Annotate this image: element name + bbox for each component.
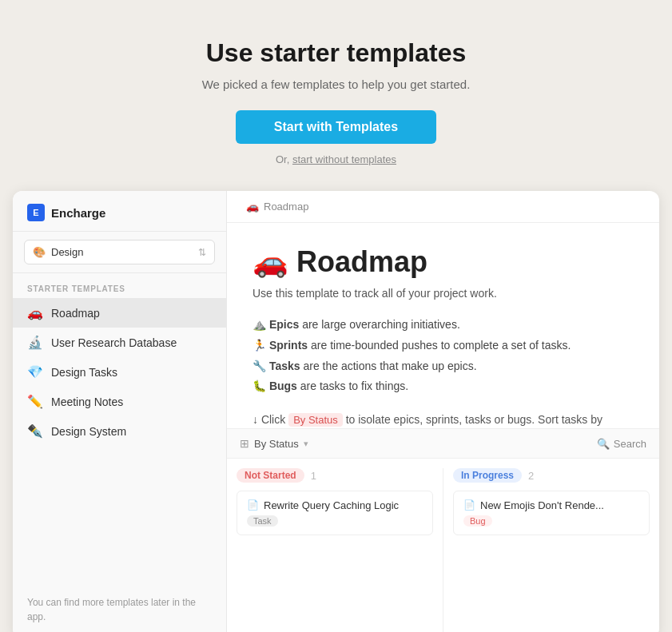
col-count: 1 [311,470,316,482]
click-prefix: ↓ Click [252,413,285,426]
card-tag: Bug [463,515,492,527]
filter-grid-icon: ⊞ [240,437,249,450]
kanban-col-not-started: Not Started 1 📄 Rewrite Query Caching Lo… [227,468,443,632]
content-topbar: 🚗 Roadmap [227,191,659,223]
kanban-col-header: In Progress 2 [453,468,650,483]
sidebar-item-label-roadmap: Roadmap [51,307,100,320]
breadcrumb-label: Roadmap [264,201,308,213]
sidebar-logo: E [27,204,45,221]
roadmap-description: ⛰️ Epics are large overarching initiativ… [252,316,634,396]
desc-text: are the actions that make up epics. [300,360,477,372]
sidebar-item-design-tasks[interactable]: 💎Design Tasks [13,357,226,387]
desc-bold: Bugs [269,380,297,392]
desc-item: 🏃 Sprints are time-bounded pushes to com… [252,336,634,356]
sidebar-item-emoji-design-system: ✒️ [27,423,43,439]
roadmap-heading: 🚗 Roadmap [252,245,634,279]
by-status-highlight: By Status [288,413,343,427]
page-title: Use starter templates [16,38,656,68]
status-badge: Not Started [237,468,304,483]
filter-by-status[interactable]: ⊞ By Status ▾ [240,437,308,450]
sidebar-item-emoji-meeting-notes: ✏️ [27,394,43,409]
desc-emoji: ⛰️ [252,318,266,331]
desc-text: are time-bounded pushes to complete a se… [308,339,571,352]
content-area: 🚗 Roadmap 🚗 Roadmap Use this template to… [227,191,659,632]
desc-item: 🐛 Bugs are tasks to fix things. [252,377,634,396]
desc-text: are large overarching initiatives. [299,318,460,331]
sidebar-section-label: STARTER TEMPLATES [13,273,226,298]
filter-label: By Status [254,438,299,450]
start-without-templates-link[interactable]: start without templates [292,153,396,165]
sidebar-app-name: Encharge [51,206,105,220]
card-doc-icon: 📄 [247,499,259,511]
desc-item: ⛰️ Epics are large overarching initiativ… [252,316,634,335]
main-panel: E Encharge 🎨 Design ⇅ STARTER TEMPLATES … [13,191,659,632]
card-title: 📄 New Emojis Don't Rende... [463,499,639,511]
sidebar-item-user-research[interactable]: 🔬User Research Database [13,328,226,357]
card-tag: Task [247,515,278,527]
desc-emoji: 🏃 [252,339,266,352]
kanban-col-header: Not Started 1 [237,468,433,483]
roadmap-subtitle: Use this template to track all of your p… [252,287,634,300]
roadmap-emoji: 🚗 [252,245,288,279]
start-with-templates-button[interactable]: Start with Templates [236,110,436,144]
search-area[interactable]: 🔍 Search [597,438,646,450]
select-label: Design [51,246,83,258]
kanban-col-in-progress: In Progress 2 📄 New Emojis Don't Rende..… [443,468,659,632]
sidebar: E Encharge 🎨 Design ⇅ STARTER TEMPLATES … [13,191,227,632]
card-doc-icon: 📄 [463,499,475,511]
card-title-text: New Emojis Don't Rende... [480,499,604,511]
sidebar-item-label-design-tasks: Design Tasks [51,366,117,379]
sidebar-header: E Encharge [13,191,226,232]
or-line: Or, start without templates [16,153,656,165]
card-title: 📄 Rewrite Query Caching Logic [247,499,423,511]
sidebar-item-roadmap[interactable]: 🚗Roadmap [13,298,226,328]
kanban-area: Not Started 1 📄 Rewrite Query Caching Lo… [227,459,659,632]
chevron-down-icon: ⇅ [198,247,206,258]
sidebar-item-label-user-research: User Research Database [51,336,177,349]
status-badge: In Progress [453,468,522,483]
filter-chevron-icon: ▾ [304,439,308,449]
desc-bold: Epics [269,318,299,331]
card-meta: Task [247,515,423,527]
sidebar-items: 🚗Roadmap🔬User Research Database💎Design T… [13,298,226,446]
sidebar-item-label-meeting-notes: Meeting Notes [51,395,123,408]
top-section: Use starter templates We picked a few te… [0,0,672,191]
desc-emoji: 🐛 [252,380,266,392]
content-body: 🚗 Roadmap Use this template to track all… [227,223,659,428]
card-title-text: Rewrite Query Caching Logic [264,499,399,511]
search-label: Search [614,438,646,450]
desc-item: 🔧 Tasks are the actions that make up epi… [252,357,634,376]
desc-bold: Sprints [269,339,308,352]
sidebar-item-design-system[interactable]: ✒️Design System [13,416,226,446]
search-icon: 🔍 [597,438,610,450]
select-icon: 🎨 [33,246,46,258]
kanban-card[interactable]: 📄 Rewrite Query Caching Logic Task [237,491,433,535]
breadcrumb-emoji: 🚗 [246,201,259,213]
click-description: ↓ Click By Status to isolate epics, spri… [252,411,634,428]
sidebar-item-label-design-system: Design System [51,425,126,438]
sidebar-item-meeting-notes[interactable]: ✏️Meeting Notes [13,387,226,416]
sidebar-item-emoji-user-research: 🔬 [27,335,43,350]
desc-text: are tasks to fix things. [297,380,408,392]
desc-emoji: 🔧 [252,360,266,372]
workspace-select[interactable]: 🎨 Design ⇅ [24,240,215,264]
roadmap-title-text: Roadmap [296,245,427,279]
kanban-card[interactable]: 📄 New Emojis Don't Rende... Bug [453,491,650,535]
sidebar-item-emoji-design-tasks: 💎 [27,364,43,380]
filter-bar: ⊞ By Status ▾ 🔍 Search [227,428,659,459]
col-count: 2 [528,470,534,482]
page-subtitle: We picked a few templates to help you ge… [16,78,656,91]
sidebar-select-wrap: 🎨 Design ⇅ [13,232,226,273]
sidebar-item-emoji-roadmap: 🚗 [27,305,43,320]
card-meta: Bug [463,515,639,527]
desc-bold: Tasks [269,360,300,372]
sidebar-footer: You can find more templates later in the… [13,581,226,632]
